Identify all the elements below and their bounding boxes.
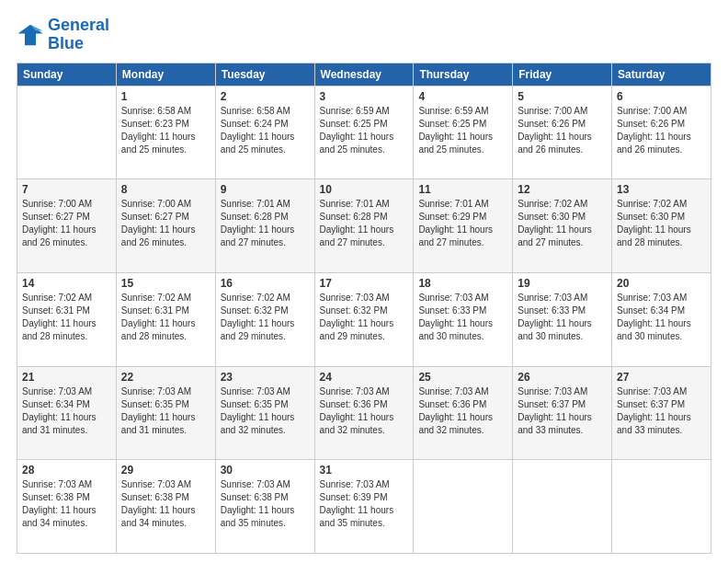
day-info: Sunrise: 6:58 AMSunset: 6:23 PMDaylight:…: [121, 105, 210, 156]
day-cell: 31 Sunrise: 7:03 AMSunset: 6:39 PMDaylig…: [314, 460, 414, 554]
day-info: Sunrise: 7:00 AMSunset: 6:26 PMDaylight:…: [617, 105, 706, 156]
day-info: Sunrise: 6:59 AMSunset: 6:25 PMDaylight:…: [320, 105, 409, 156]
day-number: 29: [121, 464, 210, 477]
day-cell: 28 Sunrise: 7:03 AMSunset: 6:38 PMDaylig…: [17, 460, 117, 554]
day-info: Sunrise: 7:03 AMSunset: 6:34 PMDaylight:…: [617, 292, 706, 343]
day-cell: 14 Sunrise: 7:02 AMSunset: 6:31 PMDaylig…: [17, 272, 117, 366]
day-number: 24: [320, 371, 409, 384]
day-number: 20: [617, 277, 706, 290]
day-info: Sunrise: 7:03 AMSunset: 6:39 PMDaylight:…: [320, 478, 409, 530]
day-cell: 8 Sunrise: 7:00 AMSunset: 6:27 PMDayligh…: [116, 179, 215, 273]
day-number: 27: [617, 371, 706, 384]
day-info: Sunrise: 7:03 AMSunset: 6:38 PMDaylight:…: [22, 478, 111, 530]
calendar-header-row: SundayMondayTuesdayWednesdayThursdayFrid…: [17, 63, 711, 86]
day-number: 2: [221, 90, 310, 103]
day-cell: 10 Sunrise: 7:01 AMSunset: 6:28 PMDaylig…: [314, 179, 414, 273]
day-cell: 11 Sunrise: 7:01 AMSunset: 6:29 PMDaylig…: [414, 179, 513, 273]
header-wednesday: Wednesday: [314, 63, 414, 86]
day-number: 22: [121, 371, 210, 384]
day-number: 25: [418, 371, 507, 384]
day-info: Sunrise: 7:02 AMSunset: 6:32 PMDaylight:…: [221, 292, 310, 343]
day-info: Sunrise: 7:01 AMSunset: 6:28 PMDaylight:…: [221, 198, 310, 249]
day-number: 1: [121, 90, 210, 103]
day-cell: 13 Sunrise: 7:02 AMSunset: 6:30 PMDaylig…: [612, 179, 711, 273]
day-cell: [612, 460, 711, 554]
day-cell: 24 Sunrise: 7:03 AMSunset: 6:36 PMDaylig…: [314, 366, 414, 460]
week-row-2: 7 Sunrise: 7:00 AMSunset: 6:27 PMDayligh…: [17, 179, 711, 273]
day-info: Sunrise: 7:02 AMSunset: 6:30 PMDaylight:…: [617, 198, 706, 249]
day-cell: 23 Sunrise: 7:03 AMSunset: 6:35 PMDaylig…: [215, 366, 314, 460]
day-cell: 9 Sunrise: 7:01 AMSunset: 6:28 PMDayligh…: [215, 179, 314, 273]
day-cell: 25 Sunrise: 7:03 AMSunset: 6:36 PMDaylig…: [414, 366, 513, 460]
day-cell: 3 Sunrise: 6:59 AMSunset: 6:25 PMDayligh…: [314, 86, 414, 179]
day-info: Sunrise: 7:03 AMSunset: 6:37 PMDaylight:…: [518, 385, 607, 437]
day-cell: 30 Sunrise: 7:03 AMSunset: 6:38 PMDaylig…: [215, 460, 314, 554]
svg-marker-0: [18, 25, 43, 46]
day-info: Sunrise: 7:03 AMSunset: 6:34 PMDaylight:…: [22, 385, 111, 437]
logo: GeneralBlue: [17, 17, 109, 53]
day-cell: 2 Sunrise: 6:58 AMSunset: 6:24 PMDayligh…: [215, 86, 314, 179]
day-info: Sunrise: 7:00 AMSunset: 6:27 PMDaylight:…: [22, 198, 111, 249]
day-info: Sunrise: 7:02 AMSunset: 6:30 PMDaylight:…: [518, 198, 607, 249]
day-number: 13: [617, 183, 706, 196]
day-number: 30: [221, 464, 310, 477]
day-cell: 1 Sunrise: 6:58 AMSunset: 6:23 PMDayligh…: [116, 86, 215, 179]
day-info: Sunrise: 7:01 AMSunset: 6:29 PMDaylight:…: [418, 198, 507, 249]
day-number: 17: [320, 277, 409, 290]
day-number: 9: [221, 183, 310, 196]
day-number: 31: [320, 464, 409, 477]
day-cell: 15 Sunrise: 7:02 AMSunset: 6:31 PMDaylig…: [116, 272, 215, 366]
day-number: 5: [518, 90, 607, 103]
day-number: 28: [22, 464, 111, 477]
week-row-5: 28 Sunrise: 7:03 AMSunset: 6:38 PMDaylig…: [17, 460, 711, 554]
day-info: Sunrise: 7:03 AMSunset: 6:35 PMDaylight:…: [221, 385, 310, 437]
day-info: Sunrise: 7:03 AMSunset: 6:35 PMDaylight:…: [121, 385, 210, 437]
day-number: 12: [518, 183, 607, 196]
day-number: 19: [518, 277, 607, 290]
day-cell: [414, 460, 513, 554]
day-number: 6: [617, 90, 706, 103]
day-cell: 20 Sunrise: 7:03 AMSunset: 6:34 PMDaylig…: [612, 272, 711, 366]
page: GeneralBlue SundayMondayTuesdayWednesday…: [0, 0, 728, 563]
day-info: Sunrise: 7:03 AMSunset: 6:38 PMDaylight:…: [121, 478, 210, 530]
header-tuesday: Tuesday: [215, 63, 314, 86]
day-info: Sunrise: 7:03 AMSunset: 6:36 PMDaylight:…: [320, 385, 409, 437]
day-cell: 12 Sunrise: 7:02 AMSunset: 6:30 PMDaylig…: [513, 179, 612, 273]
day-cell: 21 Sunrise: 7:03 AMSunset: 6:34 PMDaylig…: [17, 366, 117, 460]
day-info: Sunrise: 7:03 AMSunset: 6:37 PMDaylight:…: [617, 385, 706, 437]
day-number: 8: [121, 183, 210, 196]
day-info: Sunrise: 7:03 AMSunset: 6:38 PMDaylight:…: [221, 478, 310, 530]
day-info: Sunrise: 7:03 AMSunset: 6:32 PMDaylight:…: [320, 292, 409, 343]
day-info: Sunrise: 7:02 AMSunset: 6:31 PMDaylight:…: [22, 292, 111, 343]
day-number: 15: [121, 277, 210, 290]
day-number: 16: [221, 277, 310, 290]
day-number: 14: [22, 277, 111, 290]
day-info: Sunrise: 6:58 AMSunset: 6:24 PMDaylight:…: [221, 105, 310, 156]
header-saturday: Saturday: [612, 63, 711, 86]
day-number: 4: [418, 90, 507, 103]
day-number: 11: [418, 183, 507, 196]
day-cell: 4 Sunrise: 6:59 AMSunset: 6:25 PMDayligh…: [414, 86, 513, 179]
day-cell: 17 Sunrise: 7:03 AMSunset: 6:32 PMDaylig…: [314, 272, 414, 366]
day-cell: 27 Sunrise: 7:03 AMSunset: 6:37 PMDaylig…: [612, 366, 711, 460]
header-thursday: Thursday: [414, 63, 513, 86]
day-number: 7: [22, 183, 111, 196]
day-info: Sunrise: 7:03 AMSunset: 6:33 PMDaylight:…: [418, 292, 507, 343]
day-number: 10: [320, 183, 409, 196]
day-number: 18: [418, 277, 507, 290]
day-info: Sunrise: 7:03 AMSunset: 6:33 PMDaylight:…: [518, 292, 607, 343]
day-cell: 26 Sunrise: 7:03 AMSunset: 6:37 PMDaylig…: [513, 366, 612, 460]
day-info: Sunrise: 7:03 AMSunset: 6:36 PMDaylight:…: [418, 385, 507, 437]
week-row-4: 21 Sunrise: 7:03 AMSunset: 6:34 PMDaylig…: [17, 366, 711, 460]
header: GeneralBlue: [17, 17, 711, 53]
day-cell: 5 Sunrise: 7:00 AMSunset: 6:26 PMDayligh…: [513, 86, 612, 179]
calendar-table: SundayMondayTuesdayWednesdayThursdayFrid…: [17, 63, 711, 554]
day-info: Sunrise: 7:00 AMSunset: 6:27 PMDaylight:…: [121, 198, 210, 249]
week-row-1: 1 Sunrise: 6:58 AMSunset: 6:23 PMDayligh…: [17, 86, 711, 179]
logo-icon: [17, 21, 44, 49]
week-row-3: 14 Sunrise: 7:02 AMSunset: 6:31 PMDaylig…: [17, 272, 711, 366]
day-number: 21: [22, 371, 111, 384]
day-cell: 19 Sunrise: 7:03 AMSunset: 6:33 PMDaylig…: [513, 272, 612, 366]
day-cell: 6 Sunrise: 7:00 AMSunset: 6:26 PMDayligh…: [612, 86, 711, 179]
day-cell: [513, 460, 612, 554]
